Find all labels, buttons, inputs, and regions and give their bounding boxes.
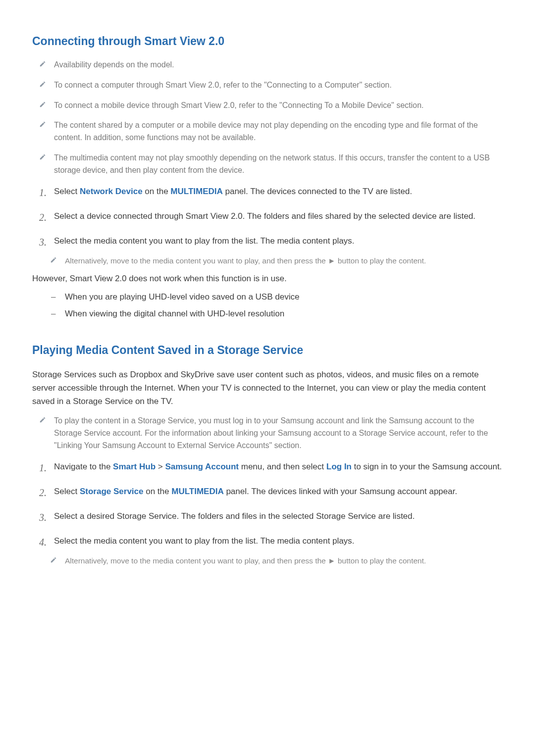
- dash-item: – When you are playing UHD-level video s…: [51, 292, 503, 302]
- pencil-icon: [39, 59, 54, 71]
- step-number: 2.: [39, 485, 54, 501]
- pencil-icon: [39, 415, 54, 452]
- step-item: 1. Select Network Device on the MULTIMED…: [39, 185, 503, 201]
- note-item: To play the content in a Storage Service…: [39, 415, 503, 452]
- note-item: The content shared by a computer or a mo…: [39, 119, 503, 144]
- dash-item: – When viewing the digital channel with …: [51, 309, 503, 319]
- pencil-icon: [39, 79, 54, 92]
- pencil-icon: [39, 100, 54, 112]
- step-number: 4.: [39, 534, 54, 550]
- step-item: 3. Select the media content you want to …: [39, 234, 503, 250]
- note-text: To play the content in a Storage Service…: [54, 415, 503, 452]
- step-number: 3.: [39, 234, 54, 250]
- section-heading-smart-view: Connecting through Smart View 2.0: [32, 35, 503, 48]
- step-item: 2. Select Storage Service on the MULTIME…: [39, 485, 503, 501]
- keyword-network-device: Network Device: [80, 187, 143, 196]
- step-number: 3.: [39, 509, 54, 525]
- dash-text: When viewing the digital channel with UH…: [65, 309, 284, 319]
- step-text: Select a device connected through Smart …: [54, 209, 476, 225]
- smart-view-steps: 1. Select Network Device on the MULTIMED…: [32, 185, 503, 267]
- keyword-samsung-account: Samsung Account: [165, 462, 239, 471]
- step-text: Select Network Device on the MULTIMEDIA …: [54, 185, 412, 201]
- step-text: Select Storage Service on the MULTIMEDIA…: [54, 485, 457, 501]
- note-item: The multimedia content may not play smoo…: [39, 152, 503, 177]
- keyword-multimedia: MULTIMEDIA: [170, 187, 222, 196]
- keyword-log-in: Log In: [326, 462, 352, 471]
- section-heading-storage-service: Playing Media Content Saved in a Storage…: [32, 344, 503, 357]
- step-text: Select the media content you want to pla…: [54, 234, 354, 250]
- intro-paragraph: Storage Services such as Dropbox and Sky…: [32, 368, 503, 408]
- note-item: To connect a mobile device through Smart…: [39, 100, 503, 112]
- however-paragraph: However, Smart View 2.0 does not work wh…: [32, 272, 503, 285]
- note-text: Availability depends on the model.: [54, 59, 174, 71]
- step-number: 1.: [39, 185, 54, 201]
- pencil-icon: [50, 255, 65, 267]
- step-item: 1. Navigate to the Smart Hub > Samsung A…: [39, 460, 503, 476]
- storage-notes: To play the content in a Storage Service…: [32, 415, 503, 452]
- step-item: 4. Select the media content you want to …: [39, 534, 503, 550]
- however-conditions: – When you are playing UHD-level video s…: [32, 292, 503, 319]
- smart-view-notes: Availability depends on the model. To co…: [32, 59, 503, 177]
- note-text: To connect a computer through Smart View…: [54, 79, 392, 92]
- step-item: 2. Select a device connected through Sma…: [39, 209, 503, 225]
- sub-note: Alternatively, move to the media content…: [50, 555, 503, 567]
- note-item: To connect a computer through Smart View…: [39, 79, 503, 92]
- step-item: 3. Select a desired Storage Service. The…: [39, 509, 503, 525]
- dash-text: When you are playing UHD-level video sav…: [65, 292, 299, 302]
- sub-note: Alternatively, move to the media content…: [50, 255, 503, 267]
- step-text: Select a desired Storage Service. The fo…: [54, 509, 415, 525]
- note-text: The content shared by a computer or a mo…: [54, 119, 503, 144]
- dash-mark: –: [51, 309, 65, 319]
- note-text: To connect a mobile device through Smart…: [54, 100, 424, 112]
- step-text: Navigate to the Smart Hub > Samsung Acco…: [54, 460, 502, 476]
- pencil-icon: [39, 152, 54, 177]
- note-text: The multimedia content may not play smoo…: [54, 152, 503, 177]
- note-item: Availability depends on the model.: [39, 59, 503, 71]
- keyword-multimedia: MULTIMEDIA: [171, 487, 223, 496]
- keyword-smart-hub: Smart Hub: [113, 462, 156, 471]
- step-number: 1.: [39, 460, 54, 476]
- pencil-icon: [39, 119, 54, 144]
- dash-mark: –: [51, 292, 65, 302]
- step-number: 2.: [39, 209, 54, 225]
- pencil-icon: [50, 555, 65, 567]
- keyword-storage-service: Storage Service: [80, 487, 144, 496]
- step-text: Select the media content you want to pla…: [54, 534, 354, 550]
- sub-note-text: Alternatively, move to the media content…: [65, 255, 426, 267]
- sub-note-text: Alternatively, move to the media content…: [65, 555, 426, 567]
- storage-steps: 1. Navigate to the Smart Hub > Samsung A…: [32, 460, 503, 567]
